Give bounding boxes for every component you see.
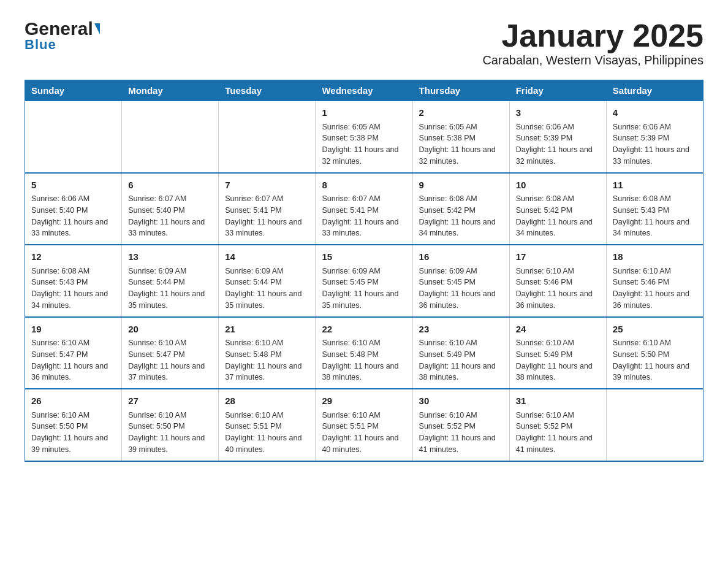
day-number: 30 (419, 394, 503, 408)
day-info: Sunrise: 6:06 AMSunset: 5:39 PMDaylight:… (613, 121, 697, 167)
day-info: Sunrise: 6:06 AMSunset: 5:39 PMDaylight:… (516, 121, 600, 167)
day-info: Sunrise: 6:10 AMSunset: 5:48 PMDaylight:… (322, 337, 406, 383)
day-number: 9 (419, 178, 503, 193)
day-number: 1 (322, 106, 406, 120)
day-info: Sunrise: 6:10 AMSunset: 5:50 PMDaylight:… (613, 337, 697, 383)
day-cell: 8Sunrise: 6:07 AMSunset: 5:41 PMDaylight… (316, 173, 412, 245)
day-cell: 16Sunrise: 6:09 AMSunset: 5:45 PMDayligh… (412, 245, 509, 317)
calendar-header: SundayMondayTuesdayWednesdayThursdayFrid… (25, 80, 703, 101)
day-info: Sunrise: 6:08 AMSunset: 5:43 PMDaylight:… (613, 193, 697, 239)
day-cell: 13Sunrise: 6:09 AMSunset: 5:44 PMDayligh… (122, 245, 219, 317)
day-number: 20 (128, 323, 212, 337)
day-info: Sunrise: 6:10 AMSunset: 5:48 PMDaylight:… (225, 337, 309, 383)
day-cell: 1Sunrise: 6:05 AMSunset: 5:38 PMDaylight… (316, 101, 412, 173)
day-number: 13 (128, 250, 212, 264)
day-number: 10 (516, 178, 600, 193)
logo-triangle-icon (94, 23, 100, 34)
day-info: Sunrise: 6:07 AMSunset: 5:41 PMDaylight:… (322, 193, 406, 239)
day-cell: 4Sunrise: 6:06 AMSunset: 5:39 PMDaylight… (606, 101, 703, 173)
day-cell: 15Sunrise: 6:09 AMSunset: 5:45 PMDayligh… (316, 245, 412, 317)
day-info: Sunrise: 6:10 AMSunset: 5:49 PMDaylight:… (419, 337, 503, 383)
day-cell: 6Sunrise: 6:07 AMSunset: 5:40 PMDaylight… (122, 173, 219, 245)
day-cell: 5Sunrise: 6:06 AMSunset: 5:40 PMDaylight… (25, 173, 122, 245)
day-info: Sunrise: 6:10 AMSunset: 5:49 PMDaylight:… (516, 337, 600, 383)
day-number: 15 (322, 250, 406, 264)
day-info: Sunrise: 6:09 AMSunset: 5:45 PMDaylight:… (419, 266, 503, 312)
day-number: 11 (613, 178, 697, 193)
day-info: Sunrise: 6:10 AMSunset: 5:50 PMDaylight:… (31, 410, 115, 456)
day-number: 22 (322, 323, 406, 337)
day-cell: 22Sunrise: 6:10 AMSunset: 5:48 PMDayligh… (316, 317, 412, 389)
day-cell: 7Sunrise: 6:07 AMSunset: 5:41 PMDaylight… (219, 173, 316, 245)
day-info: Sunrise: 6:10 AMSunset: 5:46 PMDaylight:… (613, 266, 697, 312)
day-number: 7 (225, 178, 309, 193)
header-day-wednesday: Wednesday (316, 80, 412, 101)
day-cell: 10Sunrise: 6:08 AMSunset: 5:42 PMDayligh… (509, 173, 606, 245)
day-info: Sunrise: 6:10 AMSunset: 5:47 PMDaylight:… (128, 337, 212, 383)
day-info: Sunrise: 6:07 AMSunset: 5:40 PMDaylight:… (128, 193, 212, 239)
day-cell: 31Sunrise: 6:10 AMSunset: 5:52 PMDayligh… (509, 389, 606, 461)
day-info: Sunrise: 6:07 AMSunset: 5:41 PMDaylight:… (225, 193, 309, 239)
day-cell: 21Sunrise: 6:10 AMSunset: 5:48 PMDayligh… (219, 317, 316, 389)
day-info: Sunrise: 6:09 AMSunset: 5:44 PMDaylight:… (225, 266, 309, 312)
day-cell: 3Sunrise: 6:06 AMSunset: 5:39 PMDaylight… (509, 101, 606, 173)
day-cell (25, 101, 122, 173)
day-info: Sunrise: 6:09 AMSunset: 5:44 PMDaylight:… (128, 266, 212, 312)
header-day-saturday: Saturday (606, 80, 703, 101)
week-row-5: 26Sunrise: 6:10 AMSunset: 5:50 PMDayligh… (25, 389, 703, 461)
day-cell: 27Sunrise: 6:10 AMSunset: 5:50 PMDayligh… (122, 389, 219, 461)
day-info: Sunrise: 6:05 AMSunset: 5:38 PMDaylight:… (419, 121, 503, 167)
day-info: Sunrise: 6:10 AMSunset: 5:52 PMDaylight:… (516, 410, 600, 456)
day-cell: 23Sunrise: 6:10 AMSunset: 5:49 PMDayligh… (412, 317, 509, 389)
day-number: 21 (225, 323, 309, 337)
day-info: Sunrise: 6:10 AMSunset: 5:50 PMDaylight:… (128, 410, 212, 456)
day-cell: 14Sunrise: 6:09 AMSunset: 5:44 PMDayligh… (219, 245, 316, 317)
day-number: 3 (516, 106, 600, 120)
week-row-1: 1Sunrise: 6:05 AMSunset: 5:38 PMDaylight… (25, 101, 703, 173)
day-number: 8 (322, 178, 406, 193)
day-number: 17 (516, 250, 600, 264)
day-cell (219, 101, 316, 173)
day-number: 28 (225, 394, 309, 408)
week-row-2: 5Sunrise: 6:06 AMSunset: 5:40 PMDaylight… (25, 173, 703, 245)
day-info: Sunrise: 6:09 AMSunset: 5:45 PMDaylight:… (322, 266, 406, 312)
day-info: Sunrise: 6:10 AMSunset: 5:51 PMDaylight:… (322, 410, 406, 456)
day-cell: 24Sunrise: 6:10 AMSunset: 5:49 PMDayligh… (509, 317, 606, 389)
week-row-3: 12Sunrise: 6:08 AMSunset: 5:43 PMDayligh… (25, 245, 703, 317)
day-number: 29 (322, 394, 406, 408)
day-info: Sunrise: 6:06 AMSunset: 5:40 PMDaylight:… (31, 193, 115, 239)
title-block: January 2025 Carabalan, Western Visayas,… (482, 18, 703, 67)
day-cell: 30Sunrise: 6:10 AMSunset: 5:52 PMDayligh… (412, 389, 509, 461)
day-info: Sunrise: 6:08 AMSunset: 5:42 PMDaylight:… (516, 193, 600, 239)
logo-blue-text: Blue (25, 37, 56, 53)
day-info: Sunrise: 6:10 AMSunset: 5:47 PMDaylight:… (31, 337, 115, 383)
day-info: Sunrise: 6:10 AMSunset: 5:52 PMDaylight:… (419, 410, 503, 456)
header-day-thursday: Thursday (412, 80, 509, 101)
day-number: 26 (31, 394, 115, 408)
header-day-sunday: Sunday (25, 80, 122, 101)
day-number: 4 (613, 106, 697, 120)
header-row: SundayMondayTuesdayWednesdayThursdayFrid… (25, 80, 703, 101)
day-number: 5 (31, 178, 115, 193)
day-cell: 25Sunrise: 6:10 AMSunset: 5:50 PMDayligh… (606, 317, 703, 389)
day-number: 2 (419, 106, 503, 120)
day-cell: 20Sunrise: 6:10 AMSunset: 5:47 PMDayligh… (122, 317, 219, 389)
day-cell (606, 389, 703, 461)
day-cell: 18Sunrise: 6:10 AMSunset: 5:46 PMDayligh… (606, 245, 703, 317)
day-info: Sunrise: 6:10 AMSunset: 5:51 PMDaylight:… (225, 410, 309, 456)
logo-general-text: General (25, 18, 100, 39)
day-cell: 26Sunrise: 6:10 AMSunset: 5:50 PMDayligh… (25, 389, 122, 461)
header-day-friday: Friday (509, 80, 606, 101)
day-number: 12 (31, 250, 115, 264)
day-info: Sunrise: 6:08 AMSunset: 5:43 PMDaylight:… (31, 266, 115, 312)
day-info: Sunrise: 6:08 AMSunset: 5:42 PMDaylight:… (419, 193, 503, 239)
logo: General Blue (25, 18, 100, 53)
day-number: 23 (419, 323, 503, 337)
day-number: 14 (225, 250, 309, 264)
week-row-4: 19Sunrise: 6:10 AMSunset: 5:47 PMDayligh… (25, 317, 703, 389)
page-title: January 2025 (482, 18, 703, 53)
day-cell: 19Sunrise: 6:10 AMSunset: 5:47 PMDayligh… (25, 317, 122, 389)
day-number: 19 (31, 323, 115, 337)
calendar-body: 1Sunrise: 6:05 AMSunset: 5:38 PMDaylight… (25, 101, 703, 461)
day-number: 6 (128, 178, 212, 193)
